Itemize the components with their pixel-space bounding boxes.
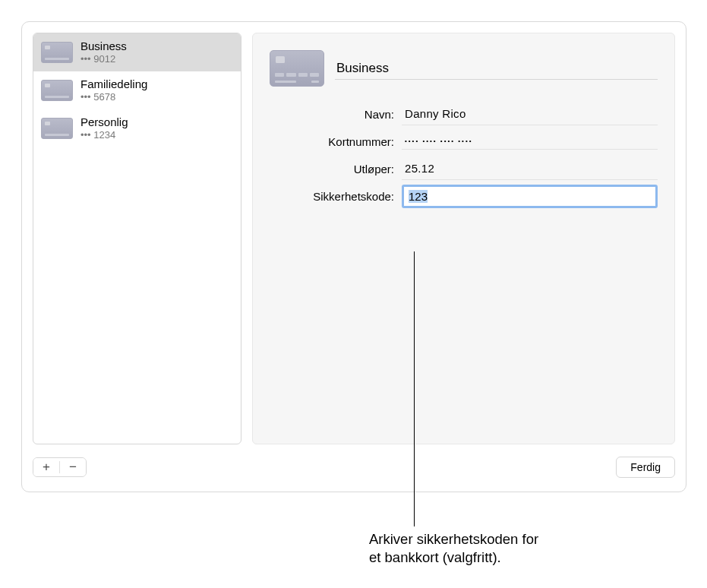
label-name: Navn: <box>270 108 402 121</box>
credit-card-icon <box>270 50 324 87</box>
remove-button[interactable]: − <box>60 458 86 476</box>
sidebar-item-text: Personlig ••• 1234 <box>80 115 128 141</box>
sidebar-item-title: Business <box>80 40 127 53</box>
sidebar-item-personlig[interactable]: Personlig ••• 1234 <box>33 109 241 147</box>
card-list-sidebar: Business ••• 9012 Familiedeling ••• 5678… <box>33 33 241 444</box>
add-button[interactable]: + <box>33 458 59 476</box>
preferences-window: Business ••• 9012 Familiedeling ••• 5678… <box>21 21 686 492</box>
callout-line2: et bankkort (valgfritt). <box>369 549 501 565</box>
add-remove-group: + − <box>33 457 87 477</box>
sidebar-item-sub: ••• 5678 <box>80 91 147 103</box>
name-field[interactable] <box>402 103 658 125</box>
sidebar-item-sub: ••• 1234 <box>80 129 128 141</box>
card-detail-pane: Navn: Kortnummer: Utløper: Sikkerhetskod… <box>252 33 675 444</box>
security-code-wrapper <box>402 185 658 208</box>
label-security-code: Sikkerhetskode: <box>270 190 402 203</box>
callout-text: Arkiver sikkerhetskoden for et bankkort … <box>369 530 612 567</box>
sidebar-item-title: Familiedeling <box>80 77 147 91</box>
sidebar-item-text: Familiedeling ••• 5678 <box>80 77 147 103</box>
done-button[interactable]: Ferdig <box>616 457 675 478</box>
expires-field[interactable] <box>402 157 658 180</box>
card-number-field[interactable] <box>402 133 658 150</box>
sidebar-item-sub: ••• 9012 <box>80 53 127 65</box>
sidebar-item-title: Personlig <box>80 115 128 129</box>
row-expires: Utløper: <box>270 155 658 182</box>
form-rows: Navn: Kortnummer: Utløper: Sikkerhetskod… <box>270 100 658 210</box>
row-name: Navn: <box>270 100 658 128</box>
security-code-field[interactable] <box>402 185 658 208</box>
detail-header <box>270 50 658 87</box>
sidebar-item-text: Business ••• 9012 <box>80 40 127 65</box>
content-row: Business ••• 9012 Familiedeling ••• 5678… <box>22 22 686 444</box>
bottom-bar: + − Ferdig <box>22 444 686 492</box>
card-title-input[interactable] <box>335 58 658 80</box>
callout-line1: Arkiver sikkerhetskoden for <box>369 531 538 547</box>
row-security-code: Sikkerhetskode: <box>270 182 658 210</box>
credit-card-icon <box>41 118 73 139</box>
label-expires: Utløper: <box>270 163 402 175</box>
sidebar-item-business[interactable]: Business ••• 9012 <box>33 33 241 71</box>
credit-card-icon <box>41 42 73 63</box>
sidebar-item-familiedeling[interactable]: Familiedeling ••• 5678 <box>33 71 241 109</box>
label-number: Kortnummer: <box>270 135 402 148</box>
credit-card-icon <box>41 80 73 101</box>
callout-line <box>414 251 415 526</box>
row-number: Kortnummer: <box>270 128 658 155</box>
